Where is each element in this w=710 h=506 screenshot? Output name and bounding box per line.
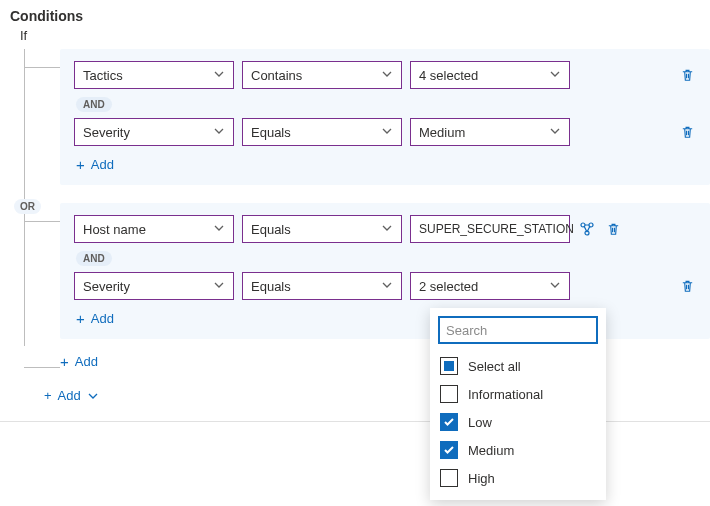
chevron-down-icon (213, 125, 225, 140)
dropdown-option[interactable]: Low (438, 408, 598, 436)
select-all-option[interactable]: Select all (438, 352, 598, 380)
add-condition-button[interactable]: +Add (74, 306, 116, 331)
condition-row: Tactics Contains 4 selected (74, 61, 696, 89)
dropdown-option[interactable]: High (438, 464, 598, 492)
if-label: If (20, 28, 710, 43)
checkbox-indeterminate-icon (440, 357, 458, 375)
plus-icon: + (76, 310, 85, 327)
plus-icon: + (60, 353, 69, 370)
checkbox-checked-icon (440, 413, 458, 431)
dropdown-option[interactable]: Medium (438, 436, 598, 464)
value-select[interactable]: Medium (410, 118, 570, 146)
delete-row-button[interactable] (678, 277, 696, 295)
or-badge: OR (14, 199, 41, 214)
operator-select[interactable]: Equals (242, 272, 402, 300)
dropdown-search-input[interactable] (438, 316, 598, 344)
value-select[interactable]: 2 selected (410, 272, 570, 300)
condition-row: Severity Equals Medium (74, 118, 696, 146)
chevron-down-icon (549, 279, 561, 294)
condition-row: Host name Equals SUPER_SECURE_STATION (74, 215, 696, 243)
add-root-button[interactable]: + Add (44, 388, 99, 403)
field-select[interactable]: Severity (74, 118, 234, 146)
condition-group: Host name Equals SUPER_SECURE_STATION AN… (60, 203, 710, 339)
operator-select[interactable]: Equals (242, 215, 402, 243)
page-title: Conditions (10, 8, 700, 24)
chevron-down-icon (213, 222, 225, 237)
delete-row-button[interactable] (604, 220, 622, 238)
value-select[interactable]: 4 selected (410, 61, 570, 89)
add-condition-button[interactable]: +Add (74, 152, 116, 177)
plus-icon: + (44, 388, 52, 403)
field-select[interactable]: Severity (74, 272, 234, 300)
condition-row: Severity Equals 2 selected (74, 272, 696, 300)
checkbox-unchecked-icon (440, 385, 458, 403)
field-select[interactable]: Tactics (74, 61, 234, 89)
condition-group: Tactics Contains 4 selected AND Severity… (60, 49, 710, 185)
checkbox-checked-icon (440, 441, 458, 459)
chevron-down-icon (549, 68, 561, 83)
add-group-button[interactable]: +Add (58, 349, 100, 374)
chevron-down-icon (549, 125, 561, 140)
chevron-down-icon (381, 222, 393, 237)
and-chip: AND (76, 97, 112, 112)
value-select[interactable]: SUPER_SECURE_STATION (410, 215, 570, 243)
delete-row-button[interactable] (678, 123, 696, 141)
chevron-down-icon (87, 390, 99, 402)
value-dropdown-panel: Select all Informational Low Medium High (430, 308, 606, 500)
operator-select[interactable]: Equals (242, 118, 402, 146)
chevron-down-icon (381, 279, 393, 294)
chevron-down-icon (213, 279, 225, 294)
dropdown-option[interactable]: Informational (438, 380, 598, 408)
operator-select[interactable]: Contains (242, 61, 402, 89)
checkbox-unchecked-icon (440, 469, 458, 487)
chevron-down-icon (381, 68, 393, 83)
and-chip: AND (76, 251, 112, 266)
plus-icon: + (76, 156, 85, 173)
delete-row-button[interactable] (678, 66, 696, 84)
field-select[interactable]: Host name (74, 215, 234, 243)
entity-mapping-icon[interactable] (578, 220, 596, 238)
chevron-down-icon (381, 125, 393, 140)
chevron-down-icon (213, 68, 225, 83)
